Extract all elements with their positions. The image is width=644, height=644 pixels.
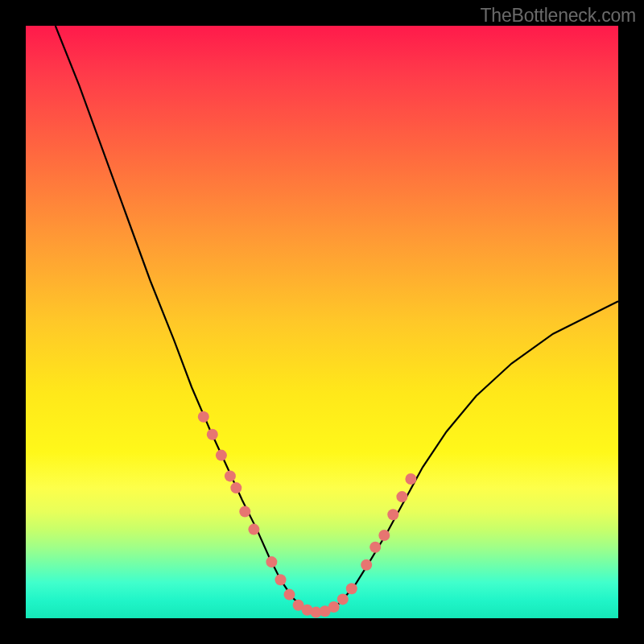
sample-dot [328,601,340,613]
sample-dot [284,589,295,601]
sample-dot [337,593,349,605]
sample-dot [378,530,390,541]
sample-dots-group [198,411,417,618]
plot-area [26,26,618,618]
sample-dot [266,556,277,568]
sample-dot [207,429,218,440]
sample-dot [396,491,407,502]
sample-dot [387,509,398,520]
sample-dot [216,450,227,461]
chart-frame: TheBottleneck.com [0,0,644,644]
curve-layer [26,26,618,618]
sample-dot [361,559,372,571]
sample-dot [225,470,236,481]
sample-dot [405,473,416,485]
sample-dot [248,524,259,535]
watermark-text: TheBottleneck.com [481,5,636,27]
sample-dot [275,574,287,585]
sample-dot [198,411,209,423]
bottleneck-curve [56,26,618,613]
sample-dot [346,583,357,594]
sample-dot [230,482,242,493]
sample-dot [369,542,381,553]
sample-dot [239,506,250,518]
